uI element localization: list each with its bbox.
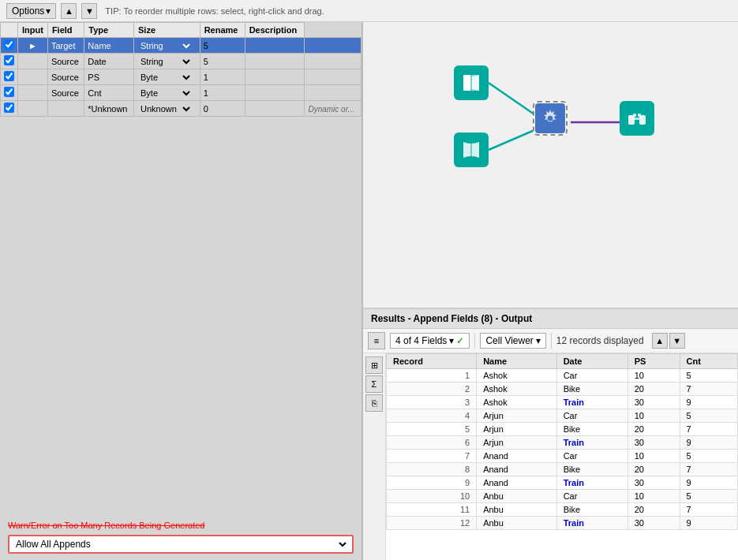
row-checkbox[interactable] <box>4 39 14 50</box>
cell-date: Car <box>556 490 627 503</box>
fields-check-icon: ✓ <box>456 335 464 346</box>
cell-cnt: 7 <box>680 503 737 517</box>
row-description <box>305 85 362 101</box>
col-header-rename: Rename <box>200 23 245 38</box>
row-size-input[interactable] <box>204 73 223 82</box>
row-checkbox-cell <box>1 69 18 85</box>
node-input2[interactable] <box>454 133 489 167</box>
row-size-input[interactable] <box>204 41 223 50</box>
results-icon-copy[interactable]: ⎘ <box>365 394 383 412</box>
row-checkbox-cell <box>1 85 18 101</box>
table-row: 7 Anand Car 10 5 <box>387 450 738 463</box>
options-label: Options <box>12 6 44 17</box>
cell-cnt: 9 <box>680 396 737 409</box>
col-date: Date <box>556 354 627 369</box>
cell-cnt: 9 <box>680 436 737 450</box>
cell-record: 1 <box>387 369 477 383</box>
cell-ps: 20 <box>627 423 680 436</box>
row-type-select[interactable]: String Byte Unknown <box>137 40 193 51</box>
col-header-check <box>1 23 18 38</box>
row-size <box>200 101 245 117</box>
options-button[interactable]: Options ▾ <box>6 3 56 19</box>
move-up-button[interactable]: ▲ <box>61 3 77 19</box>
results-table-wrapper: Record Name Date PS Cnt 1 Ashok Car 10 5 <box>386 353 738 560</box>
cell-date: Bike <box>556 423 627 436</box>
table-row[interactable]: Source PS String Byte Unknown <box>1 69 362 85</box>
sort-down-button[interactable]: ▼ <box>669 333 685 349</box>
row-type: String Byte Unknown <box>133 85 200 101</box>
cell-cnt: 9 <box>680 517 737 530</box>
row-checkbox-cell <box>1 38 18 54</box>
table-row[interactable]: *Unknown String Byte Unknown Dynamic or.… <box>1 101 362 117</box>
cell-cnt: 7 <box>680 423 737 436</box>
tip-text: TIP: To reorder multiple rows: select, r… <box>105 6 324 16</box>
cell-cnt: 5 <box>680 409 737 423</box>
fields-table: Input Field Type Size Rename Description… <box>0 22 362 117</box>
row-type-select[interactable]: String Byte Unknown <box>137 72 193 83</box>
col-header-field: Field <box>47 23 84 38</box>
table-row: 9 Anand Train 30 9 <box>387 476 738 490</box>
cell-date: Bike <box>556 503 627 517</box>
row-arrow <box>18 101 48 117</box>
cell-cnt: 7 <box>680 463 737 476</box>
row-rename <box>245 38 305 54</box>
row-size-input[interactable] <box>204 104 223 114</box>
node-append-fields[interactable] <box>533 101 568 136</box>
row-type-select[interactable]: String Byte Unknown <box>137 56 193 67</box>
row-checkbox[interactable] <box>4 87 14 97</box>
row-checkbox-cell <box>1 101 18 117</box>
row-size-input[interactable] <box>204 57 223 66</box>
row-checkbox[interactable] <box>4 103 14 113</box>
move-down-button[interactable]: ▼ <box>81 3 97 19</box>
results-icon-sigma[interactable]: Σ <box>365 375 383 393</box>
node-input1[interactable] <box>454 65 489 100</box>
row-rename <box>245 101 305 117</box>
allow-dropdown[interactable]: Allow All Appends Warn Error <box>13 538 349 551</box>
row-type-select[interactable]: String Byte Unknown <box>137 88 193 99</box>
cell-record: 2 <box>387 383 477 396</box>
records-count: 12 records displayed <box>556 335 644 346</box>
table-row: 11 Anbu Bike 20 7 <box>387 503 738 517</box>
fields-button[interactable]: 4 of 4 Fields ▾ ✓ <box>390 333 470 349</box>
row-size-input[interactable] <box>204 88 223 98</box>
cell-ps: 10 <box>627 450 680 463</box>
cell-record: 4 <box>387 409 477 423</box>
results-panel: Results - Append Fields (8) - Output ≡ 4… <box>363 308 738 560</box>
node-browse[interactable] <box>620 101 654 136</box>
col-header-desc: Description <box>245 23 305 38</box>
row-description <box>305 38 362 54</box>
row-type: String Byte Unknown <box>133 54 200 69</box>
row-checkbox[interactable] <box>4 55 14 65</box>
row-field: Date <box>84 54 134 69</box>
sort-up-button[interactable]: ▲ <box>652 333 668 349</box>
cell-viewer-button[interactable]: Cell Viewer ▾ <box>480 333 545 349</box>
right-panel: Results - Append Fields (8) - Output ≡ 4… <box>363 22 738 560</box>
cell-name: Ashok <box>477 369 556 383</box>
row-checkbox[interactable] <box>4 71 14 81</box>
cell-cnt: 5 <box>680 490 737 503</box>
col-header-input: Input <box>18 23 48 38</box>
results-toolbar-icon1[interactable]: ≡ <box>368 332 385 349</box>
cell-ps: 20 <box>627 463 680 476</box>
cell-name: Anand <box>477 476 556 490</box>
row-type-select[interactable]: String Byte Unknown <box>137 103 193 114</box>
main-content: Input Field Type Size Rename Description… <box>0 22 738 560</box>
table-row[interactable]: ► Target Name String Byte Unknown <box>1 38 362 54</box>
svg-point-7 <box>548 116 553 121</box>
table-row[interactable]: Source Date String Byte Unknown <box>1 54 362 69</box>
cell-name: Anand <box>477 463 556 476</box>
table-row: 8 Anand Bike 20 7 <box>387 463 738 476</box>
table-row[interactable]: Source Cnt String Byte Unknown <box>1 85 362 101</box>
row-size <box>200 69 245 85</box>
cell-date: Car <box>556 409 627 423</box>
row-arrow <box>18 54 48 69</box>
canvas-area <box>363 22 738 308</box>
cell-name: Anbu <box>477 503 556 517</box>
cell-cnt: 9 <box>680 476 737 490</box>
results-icon-filter[interactable]: ⊞ <box>365 357 383 374</box>
cell-name: Arjun <box>477 436 556 450</box>
table-row: 5 Arjun Bike 20 7 <box>387 423 738 436</box>
node2-icon <box>454 133 489 167</box>
cell-record: 6 <box>387 436 477 450</box>
row-field: *Unknown <box>84 101 134 117</box>
